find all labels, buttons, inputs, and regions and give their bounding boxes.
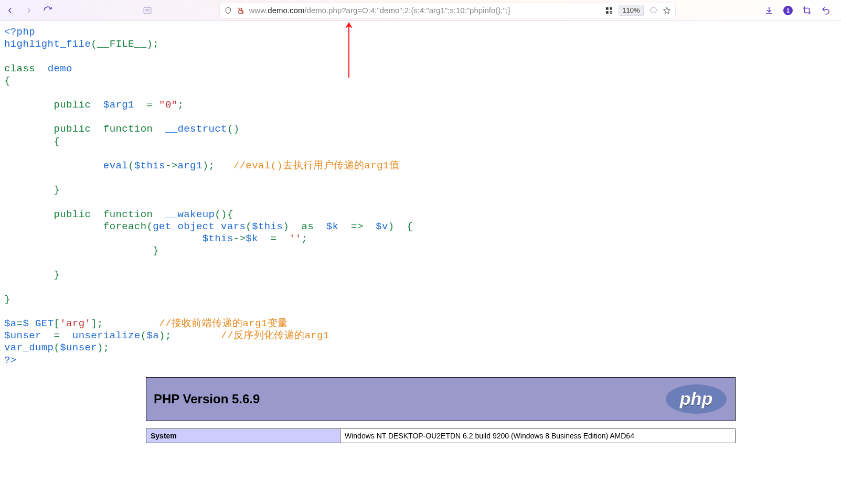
undo-icon[interactable] bbox=[821, 6, 831, 15]
code-var-arg1: $arg1 bbox=[103, 99, 141, 111]
code-getobjvars: get_object_vars bbox=[153, 221, 246, 232]
code-fn-highlight: highlight_file bbox=[4, 38, 91, 50]
forward-button[interactable] bbox=[24, 6, 34, 15]
code-public-kw2: public bbox=[54, 123, 97, 135]
code-a2: $a bbox=[146, 330, 159, 341]
reload-button[interactable] bbox=[43, 6, 52, 15]
code-paren3: ( bbox=[141, 330, 147, 341]
svg-rect-5 bbox=[606, 7, 609, 10]
phpinfo-header: PHP Version 5.6.9 phpphp bbox=[146, 377, 736, 421]
svg-rect-11 bbox=[611, 11, 612, 12]
svg-rect-6 bbox=[610, 7, 613, 10]
code-this: $this bbox=[134, 160, 165, 171]
code-semi2: ; bbox=[302, 233, 308, 244]
code-unser2: $unser bbox=[60, 342, 97, 353]
address-bar[interactable]: www.demo.com/demo.php?arg=O:4:"demo":2:{… bbox=[219, 3, 676, 18]
svg-rect-9 bbox=[611, 13, 612, 14]
phpinfo-value: Windows NT DESKTOP-OU2ETDN 6.2 build 920… bbox=[340, 428, 736, 443]
address-right-icons: 110% bbox=[605, 5, 670, 16]
code-foreach: foreach bbox=[103, 221, 147, 232]
code-public-kw3: public bbox=[54, 209, 97, 220]
url-path: /demo.php?arg=O:4:"demo":2:{s:4:"arg1";s… bbox=[304, 6, 510, 15]
code-bracket2: ]; bbox=[91, 318, 103, 329]
nav-buttons-group bbox=[5, 6, 52, 15]
page-body: <?php highlight_file(__FILE__); class de… bbox=[0, 21, 841, 443]
code-var-unser: $unser bbox=[4, 330, 48, 341]
code-eq: = bbox=[141, 99, 159, 111]
back-button[interactable] bbox=[5, 6, 15, 15]
insecure-lock-icon bbox=[237, 6, 245, 15]
code-brace2: { bbox=[54, 136, 60, 147]
code-file-const: __FILE__ bbox=[97, 38, 146, 50]
code-eval: eval bbox=[103, 160, 128, 171]
code-var-a: $a bbox=[4, 318, 17, 329]
code-empty-str: '' bbox=[289, 233, 302, 244]
code-class-name: demo bbox=[48, 63, 72, 74]
code-get: $_GET bbox=[23, 318, 54, 329]
notification-badge[interactable]: 1 bbox=[783, 6, 793, 15]
browser-toolbar: www.demo.com/demo.php?arg=O:4:"demo":2:{… bbox=[0, 0, 841, 21]
code-eq2: = bbox=[264, 233, 283, 244]
code-comment3: //反序列化传递的arg1 bbox=[221, 330, 329, 341]
svg-rect-10 bbox=[610, 13, 611, 14]
php-logo-icon: phpphp bbox=[665, 383, 728, 415]
code-eq3: = bbox=[17, 318, 23, 329]
code-close: ); bbox=[203, 160, 215, 171]
svg-rect-7 bbox=[606, 11, 609, 14]
code-eq4: = bbox=[48, 330, 66, 341]
code-close-tag: ?> bbox=[4, 355, 17, 366]
code-this2: $this bbox=[252, 221, 283, 232]
code-str-zero: "0" bbox=[159, 99, 177, 111]
shield-icon bbox=[224, 6, 232, 15]
code-v: $v bbox=[376, 221, 388, 232]
phpinfo-key: System bbox=[146, 428, 340, 443]
code-comment2: //接收前端传递的arg1变量 bbox=[159, 318, 288, 329]
svg-rect-8 bbox=[610, 11, 611, 12]
code-bracket: [ bbox=[54, 318, 60, 329]
code-class-kw: class bbox=[4, 63, 41, 74]
code-open-tag: <?php bbox=[4, 26, 35, 38]
code-brace3: } bbox=[54, 184, 60, 196]
phpinfo-title: PHP Version 5.6.9 bbox=[154, 392, 260, 406]
code-public-kw: public bbox=[54, 99, 97, 111]
url-text: www.demo.com/demo.php?arg=O:4:"demo":2:{… bbox=[249, 6, 510, 15]
code-k: $k bbox=[326, 221, 345, 232]
table-row: System Windows NT DESKTOP-OU2ETDN 6.2 bu… bbox=[146, 428, 736, 443]
code-paren2: (){ bbox=[215, 209, 233, 220]
code-paren4: ( bbox=[54, 342, 60, 353]
code-wakeup: __wakeup bbox=[165, 209, 215, 220]
crop-icon[interactable] bbox=[802, 6, 812, 15]
svg-rect-0 bbox=[144, 7, 151, 14]
code-brace: { bbox=[4, 75, 10, 87]
code-close2: ); bbox=[159, 330, 172, 341]
qr-icon[interactable] bbox=[605, 6, 613, 15]
toolbar-right: 1 bbox=[764, 6, 836, 15]
code-fat-arrow: => bbox=[345, 221, 369, 232]
url-prefix: www. bbox=[249, 6, 268, 15]
svg-text:php: php bbox=[679, 389, 712, 409]
code-brace6: } bbox=[4, 294, 10, 305]
code-this3: $this bbox=[203, 233, 233, 244]
code-brace4: } bbox=[153, 245, 159, 256]
code-vardump: var_dump bbox=[4, 342, 54, 353]
code-open-brace: { bbox=[395, 221, 413, 232]
reader-mode-icon[interactable] bbox=[143, 6, 152, 15]
url-host: demo.com bbox=[268, 6, 304, 15]
code-arrow: -> bbox=[165, 160, 178, 171]
code-brace5: } bbox=[54, 269, 60, 281]
code-key-arg: 'arg' bbox=[60, 318, 91, 329]
download-icon[interactable] bbox=[764, 6, 774, 15]
phpinfo-table: System Windows NT DESKTOP-OU2ETDN 6.2 bu… bbox=[146, 428, 736, 443]
code-paren: () bbox=[227, 123, 240, 135]
zoom-indicator[interactable]: 110% bbox=[619, 5, 643, 16]
bookmark-star-icon[interactable] bbox=[663, 6, 671, 15]
code-semi: ; bbox=[177, 99, 184, 111]
extension-puzzle-icon[interactable] bbox=[649, 6, 657, 15]
phpinfo-section: PHP Version 5.6.9 phpphp System Windows … bbox=[146, 377, 736, 443]
code-arg1: arg1 bbox=[178, 160, 203, 171]
code-function-kw: function bbox=[103, 123, 159, 135]
code-function-kw2: function bbox=[103, 209, 159, 220]
code-close3: ); bbox=[97, 342, 110, 353]
code-destruct: __destruct bbox=[165, 123, 227, 135]
php-source-code: <?php highlight_file(__FILE__); class de… bbox=[4, 26, 837, 367]
